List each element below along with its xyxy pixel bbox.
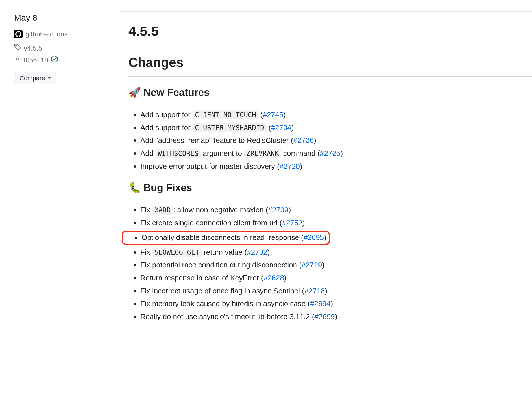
pr-link[interactable]: #2726 — [293, 136, 314, 145]
author-name[interactable]: github-actions — [25, 29, 67, 39]
pr-link[interactable]: #2720 — [280, 162, 300, 171]
changes-heading: Changes — [128, 53, 532, 77]
pr-link[interactable]: #2752 — [282, 219, 302, 227]
code-literal: CLIENT NO-TOUCH — [193, 110, 258, 119]
pr-link[interactable]: #2739 — [268, 206, 288, 214]
svg-point-0 — [16, 45, 16, 46]
tag-name[interactable]: v4.5.5 — [24, 43, 42, 53]
list-item: Fix XADD: allow non negative maxlen (#27… — [140, 205, 532, 215]
pr-link[interactable]: #2718 — [304, 287, 325, 295]
section-list: Add support for CLIENT NO-TOUCH (#2745)A… — [128, 110, 532, 172]
list-item: Fix incorrect usage of once flag in asyn… — [140, 286, 532, 296]
release-sidebar: May 8 github-actions v4.5.5 f056118 Comp… — [14, 11, 119, 324]
list-item: Fix memory leak caused by hiredis in asy… — [140, 298, 532, 309]
code-literal: XADD — [152, 206, 173, 215]
commit-sha[interactable]: f056118 — [24, 55, 48, 65]
pr-link[interactable]: #2695 — [304, 233, 324, 242]
section-heading: 🚀New Features — [128, 85, 532, 103]
list-item: Improve error output for master discover… — [140, 161, 532, 172]
list-item: Add "address_remap" feature to RedisClus… — [140, 135, 532, 146]
list-item: Add WITHSCORES argument to ZREVRANK comm… — [140, 148, 532, 159]
commit-row[interactable]: f056118 — [14, 55, 107, 65]
code-literal: WITHSCORES — [156, 149, 201, 158]
pr-link[interactable]: #2719 — [302, 261, 322, 269]
list-item: Really do not use asyncio's timeout lib … — [140, 311, 532, 322]
pr-link[interactable]: #2732 — [247, 248, 267, 256]
release-body: 4.5.5 Changes 🚀New FeaturesAdd support f… — [119, 11, 532, 324]
pr-link[interactable]: #2704 — [271, 123, 291, 132]
github-avatar-icon — [14, 30, 23, 38]
code-literal: ZREVRANK — [244, 149, 281, 158]
list-item: Fix create single connection client from… — [140, 218, 532, 228]
author-row[interactable]: github-actions — [14, 29, 107, 39]
pr-link[interactable]: #2745 — [263, 110, 283, 119]
section-emoji: 🚀 — [128, 85, 141, 100]
code-literal: SLOWLOG GET — [152, 248, 202, 257]
tag-icon — [14, 43, 21, 53]
list-item: Fix SLOWLOG GET return value (#2732) — [140, 247, 532, 258]
tag-row[interactable]: v4.5.5 — [14, 43, 107, 53]
section-title: Bug Fixes — [143, 180, 192, 195]
code-literal: CLUSTER MYSHARDID — [193, 123, 267, 132]
list-item: Return response in case of KeyError (#26… — [140, 273, 532, 283]
highlight-annotation: Optionally disable disconnects in read_r… — [122, 231, 330, 245]
release-date: May 8 — [14, 11, 107, 24]
chevron-down-icon — [48, 77, 51, 79]
compare-label: Compare — [19, 75, 45, 82]
pr-link[interactable]: #2694 — [310, 299, 330, 308]
verified-icon — [51, 55, 58, 65]
list-item: Optionally disable disconnects in read_r… — [141, 232, 326, 243]
pr-link[interactable]: #2725 — [320, 149, 340, 158]
list-item: Add support for CLUSTER MYSHARDID (#2704… — [140, 123, 532, 133]
compare-button[interactable]: Compare — [14, 72, 56, 84]
svg-point-1 — [16, 58, 19, 60]
pr-link[interactable]: #2628 — [263, 274, 284, 282]
list-item: Fix potential race condition during disc… — [140, 260, 532, 271]
section-emoji: 🐛 — [128, 180, 141, 195]
section-heading: 🐛Bug Fixes — [128, 180, 532, 198]
release-version: 4.5.5 — [128, 21, 532, 42]
pr-link[interactable]: #2699 — [314, 312, 335, 321]
section-title: New Features — [143, 85, 210, 100]
commit-icon — [14, 55, 21, 65]
list-item: Add support for CLIENT NO-TOUCH (#2745) — [140, 110, 532, 120]
section-list: Fix XADD: allow non negative maxlen (#27… — [128, 205, 532, 322]
